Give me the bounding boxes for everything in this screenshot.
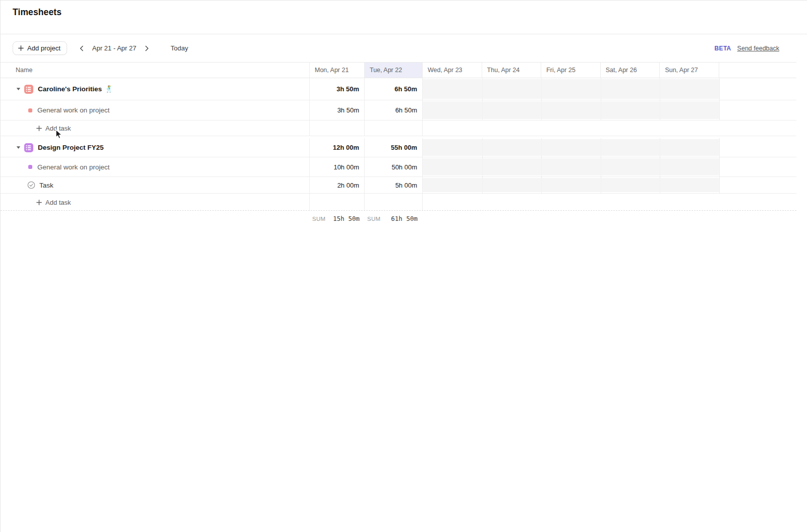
page-header: Timesheets: [1, 1, 807, 34]
task-name-cell: General work on project: [1, 157, 310, 176]
empty-time-cell-wed[interactable]: [423, 138, 482, 157]
plus-icon: [36, 126, 42, 131]
add-task-label: Add task: [45, 199, 71, 206]
collapse-chevron-icon[interactable]: [16, 146, 21, 149]
beta-badge: BETA: [715, 45, 731, 52]
collapse-chevron-icon[interactable]: [16, 87, 21, 91]
task-bullet-icon: [28, 108, 32, 112]
empty-time-cell-sat[interactable]: [601, 100, 660, 120]
empty-time-cell-fri[interactable]: [541, 177, 601, 193]
project-name[interactable]: Design Project FY25: [38, 144, 104, 151]
sum-cell-tue: SUM 61h 50m: [365, 211, 423, 226]
time-cell-mon[interactable]: 2h 00m: [310, 177, 365, 193]
add-task-row-1: Add task: [1, 121, 796, 136]
task-name[interactable]: Task: [39, 182, 53, 189]
empty-time-cell-sun[interactable]: [660, 157, 719, 176]
task-row-general-work-1: General work on project 3h 50m 6h 50m: [1, 100, 796, 121]
time-cell-tue[interactable]: 5h 00m: [365, 177, 423, 193]
next-week-button[interactable]: [141, 43, 152, 54]
time-cell-mon[interactable]: 10h 00m: [310, 157, 365, 176]
date-range-label[interactable]: Apr 21 - Apr 27: [92, 44, 136, 52]
table-header-row: Name Mon, Apr 21 Tue, Apr 22 Wed, Apr 23…: [1, 62, 796, 78]
empty-time-cell-fri[interactable]: [541, 100, 601, 120]
plus-icon: [18, 45, 24, 51]
project-name-cell: Design Project FY25: [1, 138, 310, 157]
chevron-left-icon: [78, 45, 85, 52]
trailing-cell: [719, 177, 796, 193]
empty-cell: [365, 194, 423, 211]
empty-time-cell-sat[interactable]: [601, 138, 660, 157]
day-header-tue-highlighted: Tue, Apr 22: [365, 63, 423, 78]
sum-value-tue: 61h 50m: [391, 215, 418, 222]
trailing-cell: [719, 157, 796, 176]
trailing-cell: [719, 138, 796, 157]
empty-time-cell-wed[interactable]: [423, 78, 482, 100]
time-cell-mon[interactable]: 12h 00m: [310, 138, 365, 157]
sum-cell-mon: SUM 15h 50m: [310, 211, 365, 226]
empty-time-cell-thu[interactable]: [482, 100, 542, 120]
send-feedback-link[interactable]: Send feedback: [737, 45, 779, 52]
empty-time-cell-wed[interactable]: [423, 100, 482, 120]
sum-label: SUM: [312, 216, 325, 222]
add-task-label: Add task: [45, 125, 71, 132]
empty-time-cell-sun[interactable]: [660, 78, 719, 100]
time-cell-tue[interactable]: 55h 00m: [365, 138, 423, 157]
time-cell-tue[interactable]: 6h 50m: [365, 100, 423, 120]
add-task-cell: Add task: [1, 121, 310, 136]
project-row-carolines-priorities: Caroline's Priorities 🕺 3h 50m 6h 50m: [1, 78, 796, 100]
sum-label: SUM: [367, 216, 380, 222]
empty-time-cell-sat[interactable]: [601, 157, 660, 176]
empty-time-cell-sat[interactable]: [601, 78, 660, 100]
empty-time-cell-fri[interactable]: [541, 138, 601, 157]
timesheets-page: Timesheets Add project Apr 21 - Apr 27 T…: [0, 0, 807, 532]
project-name-cell: Caroline's Priorities 🕺: [1, 78, 310, 100]
chevron-right-icon: [143, 45, 150, 52]
task-name[interactable]: General work on project: [37, 106, 109, 114]
empty-time-cell-wed[interactable]: [423, 157, 482, 176]
previous-week-button[interactable]: [76, 43, 87, 54]
empty-time-cell-thu[interactable]: [482, 78, 542, 100]
day-header-sat: Sat, Apr 26: [601, 63, 660, 78]
empty-time-cell-thu[interactable]: [482, 157, 542, 176]
add-project-label: Add project: [27, 44, 61, 52]
project-list-icon: [24, 143, 33, 152]
page-title: Timesheets: [13, 7, 795, 18]
day-header-mon: Mon, Apr 21: [310, 63, 365, 78]
today-button[interactable]: Today: [170, 44, 188, 52]
time-cell-mon[interactable]: 3h 50m: [310, 100, 365, 120]
task-name-cell: General work on project: [1, 100, 310, 120]
trailing-column-header: [719, 63, 796, 78]
project-row-design-project-fy25: Design Project FY25 12h 00m 55h 00m: [1, 138, 796, 157]
add-task-button[interactable]: Add task: [1, 121, 309, 136]
day-header-sun: Sun, Apr 27: [660, 63, 719, 78]
project-list-icon: [24, 85, 33, 94]
empty-time-cell-wed[interactable]: [423, 177, 482, 193]
task-name-cell: Task: [1, 177, 310, 193]
sum-value-mon: 15h 50m: [333, 215, 360, 222]
task-row-task: Task 2h 00m 5h 00m: [1, 177, 796, 194]
sum-footer-row: SUM 15h 50m SUM 61h 50m: [1, 210, 796, 226]
day-header-thu: Thu, Apr 24: [482, 63, 542, 78]
trailing-cell: [719, 78, 796, 100]
empty-time-cell-sun[interactable]: [660, 177, 719, 193]
project-name[interactable]: Caroline's Priorities: [38, 85, 102, 93]
task-check-circle-icon[interactable]: [27, 181, 35, 189]
empty-time-cell-sat[interactable]: [601, 177, 660, 193]
timesheet-table: Name Mon, Apr 21 Tue, Apr 22 Wed, Apr 23…: [1, 62, 796, 226]
add-project-button[interactable]: Add project: [13, 41, 67, 55]
empty-cell: [310, 121, 365, 136]
empty-time-cell-sun[interactable]: [660, 100, 719, 120]
time-cell-tue[interactable]: 50h 00m: [365, 157, 423, 176]
task-name[interactable]: General work on project: [37, 163, 109, 171]
empty-time-cell-sun[interactable]: [660, 138, 719, 157]
empty-cell: [310, 194, 365, 211]
time-cell-tue[interactable]: 6h 50m: [365, 78, 423, 100]
empty-time-cell-fri[interactable]: [541, 78, 601, 100]
empty-time-cell-fri[interactable]: [541, 157, 601, 176]
time-cell-mon[interactable]: 3h 50m: [310, 78, 365, 100]
empty-time-cell-thu[interactable]: [482, 177, 542, 193]
plus-icon: [36, 200, 42, 205]
empty-time-cell-thu[interactable]: [482, 138, 542, 157]
trailing-cell: [719, 100, 796, 120]
add-task-button[interactable]: Add task: [1, 194, 309, 211]
